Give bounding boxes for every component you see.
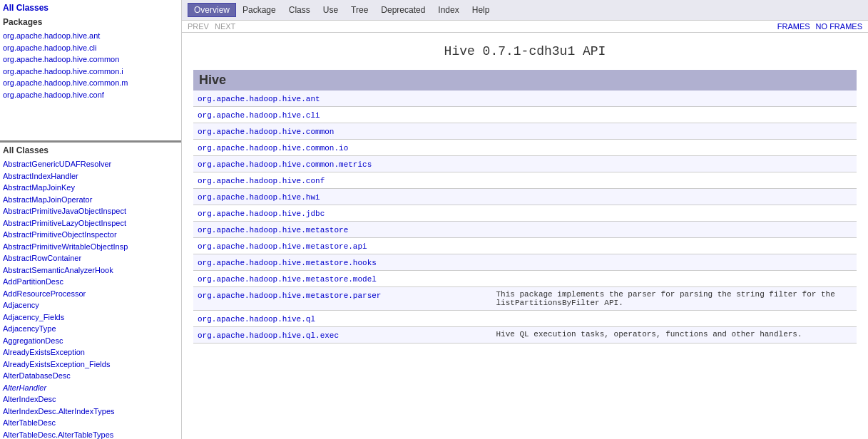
class-link-alterindextypes[interactable]: AlterIndexDesc.AlterIndexTypes [3, 406, 178, 418]
nav-overview[interactable]: Overview [188, 3, 236, 17]
class-link-adjacency[interactable]: Adjacency [3, 299, 178, 311]
package-description [492, 254, 857, 271]
nav-help[interactable]: Help [466, 3, 496, 17]
class-link-abstractmapjoinop[interactable]: AbstractMapJoinOperator [3, 194, 178, 206]
package-link[interactable]: org.apache.hadoop.hive.conf [198, 177, 325, 185]
nav-deprecated[interactable]: Deprecated [374, 3, 432, 17]
classes-list: AbstractGenericUDAFResolver AbstractInde… [3, 158, 178, 439]
package-link[interactable]: org.apache.hadoop.hive.metastore [198, 226, 348, 234]
pkg-link-conf[interactable]: org.apache.hadoop.hive.conf [3, 89, 178, 101]
class-link-alreadyexists[interactable]: AlreadyExistsException [3, 346, 178, 358]
table-row: org.apache.hadoop.hive.conf [193, 172, 857, 189]
all-classes-header: All Classes [3, 145, 178, 155]
table-row: org.apache.hadoop.hive.common [193, 123, 857, 140]
pkg-link-common-i[interactable]: org.apache.hadoop.hive.common.i [3, 66, 178, 78]
table-row: org.apache.hadoop.hive.jdbc [193, 205, 857, 222]
main-content: Hive 0.7.1-cdh3u1 API Hive org.apache.ha… [182, 44, 868, 355]
table-row: org.apache.hadoop.hive.common.metrics [193, 156, 857, 172]
package-link[interactable]: org.apache.hadoop.hive.common.metrics [198, 160, 372, 169]
pkg-link-common-m[interactable]: org.apache.hadoop.hive.common.m [3, 77, 178, 89]
package-description: Hive QL execution tasks, operators, func… [492, 327, 857, 344]
class-link-alterindexdesc[interactable]: AlterIndexDesc [3, 393, 178, 406]
table-row: org.apache.hadoop.hive.ql [193, 311, 857, 327]
table-row: org.apache.hadoop.hive.metastore.parserT… [193, 287, 857, 311]
class-link-alterhandler[interactable]: AlterHandler [3, 382, 178, 394]
table-row: org.apache.hadoop.hive.ql.execHive QL ex… [193, 327, 857, 344]
nav-bar: Overview Package Class Use Tree Deprecat… [182, 0, 868, 21]
all-classes-link[interactable]: All Classes [3, 3, 178, 13]
package-description [492, 238, 857, 254]
frames-link[interactable]: FRAMES [777, 22, 810, 31]
class-link-abstractprimwrite[interactable]: AbstractPrimitiveWritableObjectInsp [3, 241, 178, 253]
package-link[interactable]: org.apache.hadoop.hive.jdbc [198, 210, 325, 218]
package-description [492, 123, 857, 140]
package-description [492, 156, 857, 172]
packages-table: org.apache.hadoop.hive.antorg.apache.had… [193, 91, 857, 344]
package-description [492, 271, 857, 287]
package-description: This package implements the parser for p… [492, 287, 857, 311]
table-row: org.apache.hadoop.hive.common.io [193, 140, 857, 156]
package-link[interactable]: org.apache.hadoop.hive.ql [198, 315, 315, 324]
pkg-link-cli[interactable]: org.apache.hadoop.hive.cli [3, 42, 178, 54]
class-link-addpartition[interactable]: AddPartitionDesc [3, 276, 178, 288]
table-row: org.apache.hadoop.hive.metastore [193, 222, 857, 238]
package-description [492, 205, 857, 222]
nav-sub: PREV NEXT FRAMES NO FRAMES [182, 21, 868, 33]
package-description [492, 189, 857, 205]
nav-tree[interactable]: Tree [344, 3, 374, 17]
class-link-abstractindex[interactable]: AbstractIndexHandler [3, 170, 178, 182]
table-row: org.apache.hadoop.hive.metastore.api [193, 238, 857, 254]
class-link-abstractprimjava[interactable]: AbstractPrimitiveJavaObjectInspect [3, 205, 178, 217]
class-link-adjacencytype[interactable]: AdjacencyType [3, 323, 178, 335]
section-header: Hive [193, 70, 857, 91]
table-row: org.apache.hadoop.hive.cli [193, 107, 857, 123]
class-link-addresource[interactable]: AddResourceProcessor [3, 288, 178, 300]
class-link-alterdatabasedesc[interactable]: AlterDatabaseDesc [3, 370, 178, 382]
package-link[interactable]: org.apache.hadoop.hive.cli [198, 111, 320, 120]
table-row: org.apache.hadoop.hive.ant [193, 91, 857, 107]
class-link-altertabledesc[interactable]: AlterTableDesc [3, 417, 178, 429]
table-row: org.apache.hadoop.hive.metastore.model [193, 271, 857, 287]
class-link-abstractrow[interactable]: AbstractRowContainer [3, 252, 178, 264]
package-description [492, 91, 857, 107]
nav-package[interactable]: Package [236, 3, 282, 17]
package-link[interactable]: org.apache.hadoop.hive.hwi [198, 193, 320, 202]
package-description [492, 172, 857, 189]
package-link[interactable]: org.apache.hadoop.hive.metastore.api [198, 242, 367, 251]
next-nav: NEXT [215, 22, 235, 31]
nav-class[interactable]: Class [282, 3, 317, 17]
package-link[interactable]: org.apache.hadoop.hive.ql.exec [198, 331, 339, 340]
package-description [492, 222, 857, 238]
package-description [492, 140, 857, 156]
class-link-alreadyexistsfields[interactable]: AlreadyExistsException_Fields [3, 358, 178, 371]
pkg-link-common[interactable]: org.apache.hadoop.hive.common [3, 53, 178, 66]
package-link[interactable]: org.apache.hadoop.hive.metastore.model [198, 275, 377, 284]
pkg-link-ant[interactable]: org.apache.hadoop.hive.ant [3, 30, 178, 42]
no-frames-link[interactable]: NO FRAMES [816, 22, 862, 31]
nav-index[interactable]: Index [432, 3, 465, 17]
prev-nav: PREV [188, 22, 209, 31]
class-link-abstractgeneric[interactable]: AbstractGenericUDAFResolver [3, 158, 178, 170]
page-title: Hive 0.7.1-cdh3u1 API [193, 44, 857, 58]
packages-list: org.apache.hadoop.hive.ant org.apache.ha… [3, 30, 178, 100]
class-link-abstractsemantic[interactable]: AbstractSemanticAnalyzerHook [3, 264, 178, 277]
table-row: org.apache.hadoop.hive.metastore.hooks [193, 254, 857, 271]
class-link-abstractmapjoinkey[interactable]: AbstractMapJoinKey [3, 182, 178, 194]
class-link-altertabletypes[interactable]: AlterTableDesc.AlterTableTypes [3, 429, 178, 440]
nav-use[interactable]: Use [317, 3, 344, 17]
packages-header: Packages [3, 17, 178, 27]
class-link-aggregationdesc[interactable]: AggregationDesc [3, 335, 178, 347]
package-link[interactable]: org.apache.hadoop.hive.ant [198, 95, 320, 103]
package-description [492, 107, 857, 123]
class-link-adjacencyfields[interactable]: Adjacency_Fields [3, 311, 178, 324]
package-link[interactable]: org.apache.hadoop.hive.metastore.parser [198, 291, 381, 300]
class-link-abstractprimobj[interactable]: AbstractPrimitiveObjectInspector [3, 229, 178, 241]
package-description [492, 311, 857, 327]
class-link-abstractprimlazy[interactable]: AbstractPrimitiveLazyObjectInspect [3, 217, 178, 229]
table-row: org.apache.hadoop.hive.hwi [193, 189, 857, 205]
package-link[interactable]: org.apache.hadoop.hive.common.io [198, 144, 348, 153]
package-link[interactable]: org.apache.hadoop.hive.metastore.hooks [198, 259, 377, 267]
package-link[interactable]: org.apache.hadoop.hive.common [198, 128, 334, 136]
